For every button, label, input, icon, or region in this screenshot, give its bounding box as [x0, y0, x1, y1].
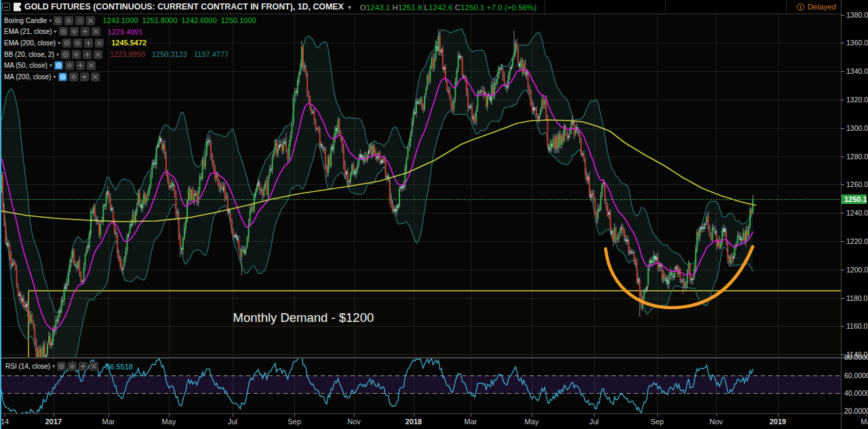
svg-text:1220.0: 1220.0: [846, 237, 868, 245]
svg-text:1360.0: 1360.0: [846, 39, 868, 47]
svg-text:Monthly Demand - $1200: Monthly Demand - $1200: [233, 310, 374, 325]
svg-text:1300.0: 1300.0: [846, 124, 868, 132]
svg-text:Mar: Mar: [465, 417, 477, 426]
svg-text:2019: 2019: [770, 417, 786, 426]
svg-text:Ma: Ma: [861, 417, 868, 426]
svg-text:80.0000: 80.0000: [844, 353, 868, 361]
svg-text:Mar: Mar: [102, 417, 115, 426]
svg-text:1180.0: 1180.0: [846, 294, 867, 302]
svg-text:Nov: Nov: [347, 417, 361, 426]
svg-text:Nov: Nov: [709, 417, 723, 426]
svg-text:20.0000: 20.0000: [844, 407, 868, 415]
svg-text:14: 14: [1, 417, 9, 426]
svg-text:1320.0: 1320.0: [846, 96, 868, 104]
svg-text:1200.0: 1200.0: [846, 266, 868, 274]
svg-text:1340.0: 1340.0: [846, 67, 868, 75]
svg-text:Sep: Sep: [650, 417, 664, 426]
svg-text:Jul: Jul: [589, 417, 599, 426]
svg-text:1380.0: 1380.0: [846, 11, 868, 19]
svg-text:May: May: [162, 417, 176, 426]
svg-text:40.0000: 40.0000: [844, 389, 868, 397]
svg-text:1240.0: 1240.0: [846, 209, 868, 217]
svg-text:1280.0: 1280.0: [846, 152, 868, 161]
svg-text:1260.0: 1260.0: [846, 180, 868, 188]
svg-text:2018: 2018: [406, 417, 422, 426]
svg-text:60.0000: 60.0000: [844, 371, 868, 380]
svg-text:1160.0: 1160.0: [846, 322, 867, 330]
svg-text:Sep: Sep: [288, 417, 301, 426]
svg-text:1250.1: 1250.1: [844, 195, 867, 203]
svg-text:May: May: [525, 417, 539, 426]
svg-text:Jul: Jul: [228, 417, 237, 426]
svg-text:2017: 2017: [45, 417, 62, 426]
